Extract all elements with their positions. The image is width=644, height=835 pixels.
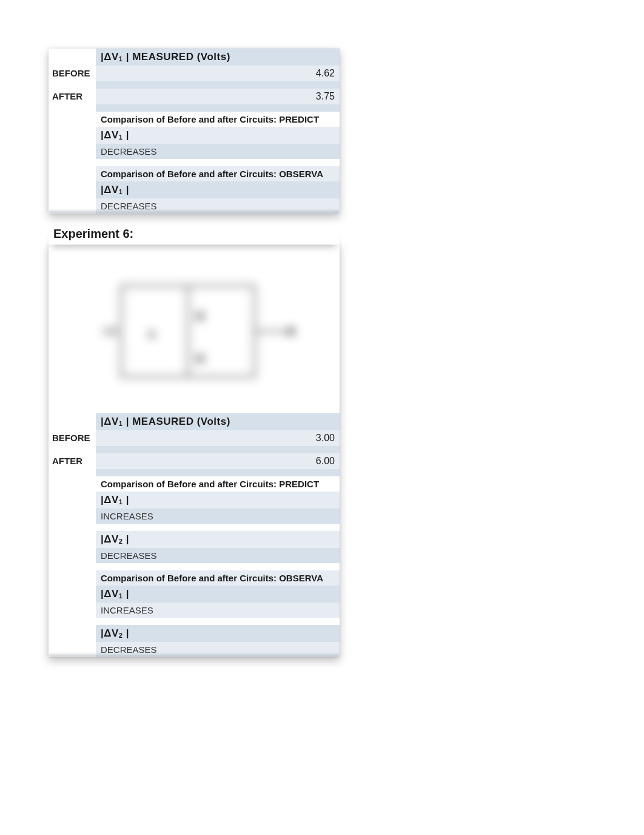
dv1-label: |ΔV1 | xyxy=(101,588,129,600)
empty-cell xyxy=(49,509,96,524)
empty-cell xyxy=(49,144,96,159)
before-label: BEFORE xyxy=(49,66,96,81)
empty-cell xyxy=(49,127,96,144)
dv-text: |ΔV xyxy=(101,533,119,545)
empty-cell xyxy=(49,642,96,657)
document-container: |ΔV1 | MEASURED (Volts) BEFORE 4.62 AFTE… xyxy=(0,0,340,657)
empty-cell xyxy=(96,159,340,166)
dv1-label: |ΔV1 | xyxy=(101,184,129,195)
observa-heading: Comparison of Before and after Circuits:… xyxy=(96,570,340,586)
empty-cell xyxy=(49,476,96,492)
observa-dv2-row: |ΔV2 | xyxy=(96,625,340,642)
empty-cell xyxy=(49,104,96,112)
observa-title: Comparison of Before and after Circuits:… xyxy=(101,169,323,179)
before-value: 4.62 xyxy=(96,66,340,81)
dv-rest: | xyxy=(122,627,129,639)
empty-cell xyxy=(49,586,96,603)
circuit-diagram xyxy=(79,262,309,401)
experiment6-panel: |ΔV1 | MEASURED (Volts) BEFORE 3.00 AFTE… xyxy=(49,243,340,657)
empty-cell xyxy=(49,625,96,642)
table-header: |ΔV1 | MEASURED (Volts) xyxy=(96,413,340,430)
empty-cell xyxy=(49,198,96,214)
after-value: 3.75 xyxy=(96,89,340,104)
experiment5-panel: |ΔV1 | MEASURED (Volts) BEFORE 4.62 AFTE… xyxy=(49,49,340,214)
predict-title: Comparison of Before and after Circuits:… xyxy=(101,114,319,124)
table-header: |ΔV1 | MEASURED (Volts) xyxy=(96,49,340,66)
empty-cell xyxy=(49,524,96,531)
dv-rest: | MEASURED (Volts) xyxy=(122,416,230,427)
experiment-title: Experiment 6: xyxy=(52,227,133,241)
observa-value-1: INCREASES xyxy=(96,603,340,618)
svg-point-5 xyxy=(195,354,205,363)
empty-cell xyxy=(96,618,340,625)
empty-cell xyxy=(49,531,96,548)
dv-text: |ΔV xyxy=(101,129,119,141)
observa-dv1-row: |ΔV1 | xyxy=(96,586,340,603)
dv-text: |ΔV xyxy=(101,627,119,639)
empty-cell xyxy=(49,112,96,127)
empty-cell xyxy=(49,181,96,198)
empty-cell xyxy=(49,548,96,563)
dv1-label: |ΔV1 | MEASURED (Volts) xyxy=(101,416,230,427)
svg-point-4 xyxy=(195,311,205,321)
svg-point-2 xyxy=(148,331,155,338)
empty-cell xyxy=(49,563,96,570)
dv2-label: |ΔV2 | xyxy=(101,627,129,639)
predict-value-2: DECREASES xyxy=(96,548,340,563)
svg-point-7 xyxy=(287,327,295,336)
dv-rest: | xyxy=(122,494,129,505)
dv-rest: | xyxy=(122,129,129,141)
empty-cell xyxy=(49,603,96,618)
empty-cell xyxy=(49,166,96,181)
before-label: BEFORE xyxy=(49,430,96,446)
predict-heading: Comparison of Before and after Circuits:… xyxy=(96,476,340,492)
after-value: 6.00 xyxy=(96,453,340,469)
empty-cell xyxy=(96,81,340,89)
dv-rest: | xyxy=(122,184,129,195)
empty-cell xyxy=(49,81,96,89)
dv1-label: |ΔV1 | MEASURED (Volts) xyxy=(101,51,230,63)
empty-cell xyxy=(96,469,340,476)
dv-text: |ΔV xyxy=(101,494,119,505)
svg-rect-1 xyxy=(103,327,122,336)
dv-text: |ΔV xyxy=(101,416,119,427)
empty-cell xyxy=(49,159,96,166)
empty-cell xyxy=(49,570,96,586)
dv2-label: |ΔV2 | xyxy=(101,533,129,545)
observa-value-2: DECREASES xyxy=(96,642,340,657)
observa-title: Comparison of Before and after Circuits:… xyxy=(101,573,323,583)
empty-cell xyxy=(49,469,96,476)
dv-rest: | MEASURED (Volts) xyxy=(122,51,230,63)
experiment-title-row: Experiment 6: xyxy=(49,226,340,245)
empty-cell xyxy=(49,446,96,453)
dv-rest: | xyxy=(122,588,129,600)
before-value: 3.00 xyxy=(96,430,340,446)
after-label: AFTER xyxy=(49,89,96,104)
dv1-label: |ΔV1 | xyxy=(101,494,129,505)
empty-cell xyxy=(49,413,96,430)
predict-dv2-row: |ΔV2 | xyxy=(96,531,340,548)
empty-cell xyxy=(96,563,340,570)
empty-cell xyxy=(96,446,340,453)
predict-value-1: INCREASES xyxy=(96,509,340,524)
empty-cell xyxy=(49,49,96,66)
observa-heading: Comparison of Before and after Circuits:… xyxy=(96,166,340,181)
after-label: AFTER xyxy=(49,453,96,469)
predict-heading: Comparison of Before and after Circuits:… xyxy=(96,112,340,127)
circuit-diagram-wrap xyxy=(49,243,340,413)
dv1-label: |ΔV1 | xyxy=(101,129,129,141)
predict-dv1-row: |ΔV1 | xyxy=(96,492,340,509)
predict-dv-row: |ΔV1 | xyxy=(96,127,340,144)
empty-cell xyxy=(96,524,340,531)
predict-value: DECREASES xyxy=(96,144,340,159)
observa-dv-row: |ΔV1 | xyxy=(96,181,340,198)
observa-value: DECREASES xyxy=(96,198,340,214)
dv-text: |ΔV xyxy=(101,184,119,195)
predict-title: Comparison of Before and after Circuits:… xyxy=(101,479,319,489)
dv-rest: | xyxy=(122,533,129,545)
empty-cell xyxy=(96,104,340,112)
dv-text: |ΔV xyxy=(101,51,119,63)
empty-cell xyxy=(49,492,96,509)
empty-cell xyxy=(49,618,96,625)
dv-text: |ΔV xyxy=(101,588,119,600)
